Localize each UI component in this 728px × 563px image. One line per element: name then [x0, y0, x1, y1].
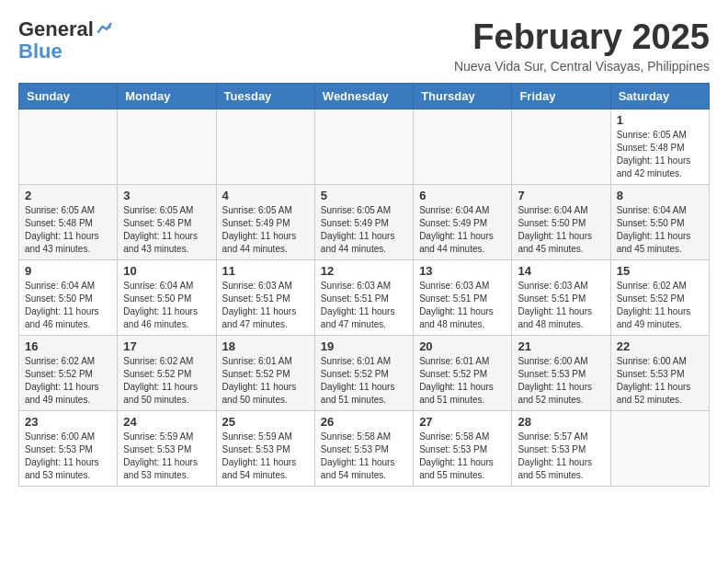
- day-number: 19: [321, 339, 407, 353]
- calendar-cell: 16Sunrise: 6:02 AM Sunset: 5:52 PM Dayli…: [19, 335, 118, 410]
- day-info: Sunrise: 6:02 AM Sunset: 5:52 PM Dayligh…: [25, 355, 111, 407]
- calendar-cell: 6Sunrise: 6:04 AM Sunset: 5:49 PM Daylig…: [414, 184, 512, 259]
- day-number: 28: [518, 415, 604, 429]
- day-number: 16: [25, 339, 111, 353]
- column-header-saturday: Saturday: [610, 83, 709, 109]
- calendar-cell: 9Sunrise: 6:04 AM Sunset: 5:50 PM Daylig…: [19, 259, 118, 335]
- day-number: 12: [321, 264, 407, 278]
- day-number: 2: [25, 189, 111, 202]
- day-number: 15: [617, 264, 703, 278]
- week-row-1: 1Sunrise: 6:05 AM Sunset: 5:48 PM Daylig…: [19, 109, 710, 184]
- day-info: Sunrise: 6:04 AM Sunset: 5:50 PM Dayligh…: [518, 204, 604, 256]
- calendar-cell: 23Sunrise: 6:00 AM Sunset: 5:53 PM Dayli…: [19, 410, 118, 486]
- calendar-cell: 25Sunrise: 5:59 AM Sunset: 5:53 PM Dayli…: [216, 410, 314, 486]
- calendar-cell: [414, 109, 512, 184]
- calendar-table: SundayMondayTuesdayWednesdayThursdayFrid…: [18, 83, 710, 487]
- day-info: Sunrise: 6:03 AM Sunset: 5:51 PM Dayligh…: [518, 280, 604, 331]
- day-info: Sunrise: 6:05 AM Sunset: 5:48 PM Dayligh…: [617, 129, 703, 180]
- calendar-header-row: SundayMondayTuesdayWednesdayThursdayFrid…: [19, 83, 710, 109]
- month-title: February 2025: [454, 18, 710, 57]
- day-info: Sunrise: 6:00 AM Sunset: 5:53 PM Dayligh…: [25, 431, 111, 482]
- calendar-cell: 24Sunrise: 5:59 AM Sunset: 5:53 PM Dayli…: [118, 410, 216, 486]
- calendar-cell: 7Sunrise: 6:04 AM Sunset: 5:50 PM Daylig…: [512, 184, 610, 259]
- day-number: 17: [123, 339, 210, 353]
- day-info: Sunrise: 6:05 AM Sunset: 5:49 PM Dayligh…: [222, 204, 309, 256]
- day-number: 25: [222, 415, 309, 429]
- day-number: 26: [321, 415, 407, 429]
- calendar-cell: 26Sunrise: 5:58 AM Sunset: 5:53 PM Dayli…: [314, 410, 413, 486]
- week-row-4: 16Sunrise: 6:02 AM Sunset: 5:52 PM Dayli…: [19, 335, 710, 410]
- calendar-cell: [118, 109, 216, 184]
- day-number: 1: [617, 113, 703, 127]
- day-info: Sunrise: 5:58 AM Sunset: 5:53 PM Dayligh…: [419, 431, 506, 482]
- day-number: 7: [518, 189, 604, 202]
- day-info: Sunrise: 6:03 AM Sunset: 5:51 PM Dayligh…: [419, 280, 506, 331]
- calendar-cell: 14Sunrise: 6:03 AM Sunset: 5:51 PM Dayli…: [512, 259, 610, 335]
- calendar-cell: 4Sunrise: 6:05 AM Sunset: 5:49 PM Daylig…: [216, 184, 314, 259]
- day-info: Sunrise: 6:02 AM Sunset: 5:52 PM Dayligh…: [123, 355, 210, 407]
- day-info: Sunrise: 6:01 AM Sunset: 5:52 PM Dayligh…: [321, 355, 407, 407]
- calendar-cell: 13Sunrise: 6:03 AM Sunset: 5:51 PM Dayli…: [414, 259, 512, 335]
- day-number: 5: [321, 189, 407, 202]
- day-number: 4: [222, 189, 309, 202]
- day-number: 14: [518, 264, 604, 278]
- day-info: Sunrise: 6:04 AM Sunset: 5:50 PM Dayligh…: [123, 280, 210, 331]
- day-info: Sunrise: 6:01 AM Sunset: 5:52 PM Dayligh…: [419, 355, 506, 407]
- calendar-cell: [314, 109, 413, 184]
- day-number: 21: [518, 339, 604, 353]
- day-info: Sunrise: 6:00 AM Sunset: 5:53 PM Dayligh…: [617, 355, 703, 407]
- day-info: Sunrise: 6:05 AM Sunset: 5:48 PM Dayligh…: [123, 204, 210, 256]
- calendar-cell: 10Sunrise: 6:04 AM Sunset: 5:50 PM Dayli…: [118, 259, 216, 335]
- column-header-wednesday: Wednesday: [314, 83, 413, 109]
- location-text: Nueva Vida Sur, Central Visayas, Philipp…: [454, 59, 710, 74]
- day-number: 22: [617, 339, 703, 353]
- week-row-3: 9Sunrise: 6:04 AM Sunset: 5:50 PM Daylig…: [19, 259, 710, 335]
- day-number: 6: [419, 189, 506, 202]
- day-info: Sunrise: 6:02 AM Sunset: 5:52 PM Dayligh…: [617, 280, 703, 331]
- column-header-thursday: Thursday: [414, 83, 512, 109]
- day-info: Sunrise: 6:03 AM Sunset: 5:51 PM Dayligh…: [321, 280, 407, 331]
- day-info: Sunrise: 6:04 AM Sunset: 5:50 PM Dayligh…: [25, 280, 111, 331]
- column-header-friday: Friday: [512, 83, 610, 109]
- day-info: Sunrise: 6:01 AM Sunset: 5:52 PM Dayligh…: [222, 355, 309, 407]
- day-number: 11: [222, 264, 309, 278]
- day-info: Sunrise: 6:04 AM Sunset: 5:50 PM Dayligh…: [617, 204, 703, 256]
- day-info: Sunrise: 5:58 AM Sunset: 5:53 PM Dayligh…: [321, 431, 407, 482]
- calendar-cell: 1Sunrise: 6:05 AM Sunset: 5:48 PM Daylig…: [610, 109, 709, 184]
- day-number: 9: [25, 264, 111, 278]
- day-info: Sunrise: 6:03 AM Sunset: 5:51 PM Dayligh…: [222, 280, 309, 331]
- calendar-cell: [216, 109, 314, 184]
- day-number: 13: [419, 264, 506, 278]
- calendar-cell: 12Sunrise: 6:03 AM Sunset: 5:51 PM Dayli…: [314, 259, 413, 335]
- calendar-cell: 22Sunrise: 6:00 AM Sunset: 5:53 PM Dayli…: [610, 335, 709, 410]
- day-info: Sunrise: 5:59 AM Sunset: 5:53 PM Dayligh…: [222, 431, 309, 482]
- calendar-cell: 27Sunrise: 5:58 AM Sunset: 5:53 PM Dayli…: [414, 410, 512, 486]
- logo-text-general: General: [18, 18, 94, 40]
- column-header-sunday: Sunday: [19, 83, 118, 109]
- logo-text-blue: Blue: [18, 40, 112, 63]
- calendar-cell: 5Sunrise: 6:05 AM Sunset: 5:49 PM Daylig…: [314, 184, 413, 259]
- day-number: 18: [222, 339, 309, 353]
- column-header-tuesday: Tuesday: [216, 83, 314, 109]
- calendar-cell: 28Sunrise: 5:57 AM Sunset: 5:53 PM Dayli…: [512, 410, 610, 486]
- page-header: General Blue February 2025 Nueva Vida Su…: [18, 18, 710, 74]
- calendar-cell: 3Sunrise: 6:05 AM Sunset: 5:48 PM Daylig…: [118, 184, 216, 259]
- day-info: Sunrise: 6:05 AM Sunset: 5:48 PM Dayligh…: [25, 204, 111, 256]
- day-number: 10: [123, 264, 210, 278]
- calendar-cell: 17Sunrise: 6:02 AM Sunset: 5:52 PM Dayli…: [118, 335, 216, 410]
- calendar-cell: [19, 109, 118, 184]
- calendar-cell: 18Sunrise: 6:01 AM Sunset: 5:52 PM Dayli…: [216, 335, 314, 410]
- day-number: 8: [617, 189, 703, 202]
- day-info: Sunrise: 5:59 AM Sunset: 5:53 PM Dayligh…: [123, 431, 210, 482]
- week-row-5: 23Sunrise: 6:00 AM Sunset: 5:53 PM Dayli…: [19, 410, 710, 486]
- calendar-cell: 2Sunrise: 6:05 AM Sunset: 5:48 PM Daylig…: [19, 184, 118, 259]
- calendar-cell: 15Sunrise: 6:02 AM Sunset: 5:52 PM Dayli…: [610, 259, 709, 335]
- day-number: 24: [123, 415, 210, 429]
- logo-icon: [96, 20, 112, 37]
- day-number: 23: [25, 415, 111, 429]
- calendar-cell: 8Sunrise: 6:04 AM Sunset: 5:50 PM Daylig…: [610, 184, 709, 259]
- calendar-cell: [512, 109, 610, 184]
- calendar-cell: 19Sunrise: 6:01 AM Sunset: 5:52 PM Dayli…: [314, 335, 413, 410]
- day-info: Sunrise: 6:05 AM Sunset: 5:49 PM Dayligh…: [321, 204, 407, 256]
- day-number: 27: [419, 415, 506, 429]
